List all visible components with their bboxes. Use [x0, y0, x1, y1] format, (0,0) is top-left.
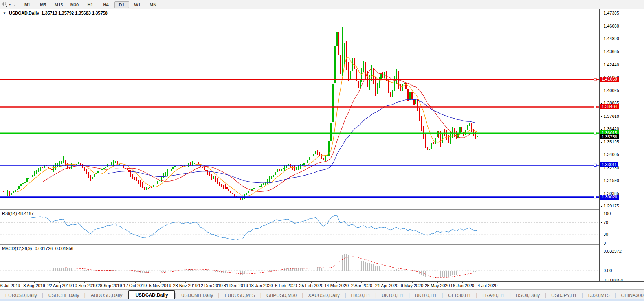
time-axis-tick [412, 282, 413, 283]
price-level-badge: 1.41060 [600, 77, 619, 82]
line-handle [594, 78, 596, 81]
price-axis-label: 1.46080 [601, 24, 619, 29]
timeframe-button-m1[interactable]: M1 [20, 1, 35, 8]
date-label: 6 Feb 2020 [275, 283, 297, 288]
date-label: 21 Apr 2020 [375, 283, 398, 288]
macd-axis-label: 0.00 [601, 268, 612, 273]
time-axis-tick [236, 282, 236, 283]
timeframe-button-m30[interactable]: M30 [67, 1, 82, 8]
rsi-axis-label: 0 [601, 241, 606, 246]
tab-usoil-daily[interactable]: USOil,Daily [511, 291, 545, 299]
price-axis-label: 1.31590 [601, 178, 619, 183]
time-axis-tick [387, 282, 387, 283]
tab-eurusd-daily[interactable]: EURUSD,Daily [0, 291, 42, 299]
tab-usdcad-daily[interactable]: USDCAD,Daily [128, 290, 174, 299]
date-label: 25 Feb 2020 [299, 283, 323, 288]
current-price-badge: 1.35758 [600, 134, 619, 139]
line-handle [594, 164, 596, 166]
time-axis-tick [361, 282, 362, 283]
time-axis-tick [160, 282, 161, 283]
time-axis-tick [488, 282, 488, 283]
date-label: 10 Sep 2019 [72, 283, 97, 288]
price-axis-label: 1.40025 [601, 88, 619, 93]
tab-fra40-h1[interactable]: FRA40,H1 [477, 291, 509, 299]
chart-dropdown-toggle-icon[interactable]: ▼ [3, 11, 6, 15]
fast-ma-line [17, 57, 477, 196]
tab-usdjpy-h1[interactable]: USDJPY,H1 [546, 291, 582, 299]
date-label: 23 Nov 2019 [173, 283, 197, 288]
tab-dj30-m15[interactable]: DJ30,M15 [583, 291, 615, 299]
rsi-panel[interactable]: RSI(14) 48.4167 [0, 209, 599, 244]
mt4-terminal-window: ▾ M1M5M15M30H1H4D1W1MN ▼ USDCAD,Daily 1.… [0, 0, 644, 301]
timeframe-button-m15[interactable]: M15 [51, 1, 66, 8]
timeframe-button-h4[interactable]: H4 [99, 1, 114, 8]
rsi-axis-label: 100 [601, 211, 611, 216]
line-handle [594, 106, 596, 108]
time-axis-tick [437, 282, 438, 283]
time-axis-tick [59, 282, 60, 283]
date-label: 31 Dec 2019 [224, 283, 248, 288]
chart-tabs-bar: EURUSD,Daily|USDCHF,Daily|AUDUSD,Daily|U… [0, 289, 644, 299]
ohlc-values: 1.35713 1.35792 1.35683 1.35758 [42, 11, 108, 15]
date-label: 28 Sep 2019 [97, 283, 122, 288]
status-strip [0, 299, 644, 301]
time-axis-tick [261, 282, 261, 283]
price-chart-panel[interactable]: ▼ USDCAD,Daily 1.35713 1.35792 1.35683 1… [0, 9, 599, 209]
slow-ma-line [108, 99, 477, 183]
date-label: 16 Jun 2020 [451, 283, 475, 288]
macd-panel[interactable]: MACD(12,26,9) -0.001726 -0.001956 [0, 244, 599, 281]
candlestick-chart-icon[interactable] [1, 1, 9, 8]
macd-signal-line [65, 257, 477, 278]
chart-window: ▼ USDCAD,Daily 1.35713 1.35792 1.35683 1… [0, 9, 644, 301]
timeframe-button-h1[interactable]: H1 [83, 1, 98, 8]
time-axis-tick [110, 282, 110, 283]
symbol-timeframe-label: USDCAD,Daily [9, 11, 39, 15]
time-axis-tick [135, 282, 136, 283]
tab-ger30-h1[interactable]: GER30,H1 [443, 291, 476, 299]
price-axis-label: 1.42440 [601, 62, 619, 68]
tab-gbpusd-m30[interactable]: GBPUSD,M30 [261, 291, 302, 299]
toolbar-grip[interactable] [14, 2, 16, 7]
mid-ma-line [42, 68, 477, 192]
tab-uk100-h1[interactable]: UK100,H1 [376, 291, 408, 299]
price-level-badge: 1.30020 [600, 195, 619, 200]
time-axis-tick [84, 282, 85, 283]
chevron-down-icon[interactable]: ▾ [9, 1, 11, 8]
macd-histogram [54, 254, 477, 279]
tab-usdchf-daily[interactable]: USDCHF,Daily [43, 291, 84, 299]
macd-axis-label: 0.032972 [601, 249, 622, 254]
chart-title: ▼ USDCAD,Daily 1.35713 1.35792 1.35683 1… [3, 11, 108, 15]
price-level-badge: 1.33011 [600, 162, 618, 167]
tab-xauusd-daily[interactable]: XAUUSD,Daily [303, 291, 345, 299]
tab-hk50-h1[interactable]: HK50,H1 [346, 291, 376, 299]
rsi-axis-label: 70 [601, 220, 608, 225]
price-axis: 1.473051.460801.448901.436651.424401.412… [599, 9, 644, 281]
date-label: 3 Aug 2019 [23, 283, 45, 288]
tab-usdcnh-daily[interactable]: USDCNH,Daily [176, 291, 218, 299]
price-axis-label: 1.44890 [601, 36, 619, 41]
date-label: 2 Apr 2020 [351, 283, 372, 288]
date-label: 22 Aug 2019 [47, 283, 72, 288]
price-axis-label: 1.29175 [601, 204, 619, 209]
price-level-badge: 1.38464 [600, 104, 619, 109]
price-axis-label: 1.43665 [601, 49, 619, 54]
date-label: 16 Jul 2019 [0, 283, 20, 288]
timeframe-toolbar: ▾ M1M5M15M30H1H4D1W1MN [0, 0, 644, 9]
tab-china300-h4[interactable]: CHINA300,H4 [616, 291, 644, 299]
timeframe-button-m5[interactable]: M5 [36, 1, 51, 8]
tab-audusd-daily[interactable]: AUDUSD,Daily [86, 291, 128, 299]
time-axis: 16 Jul 20193 Aug 201922 Aug 201910 Sep 2… [0, 281, 644, 290]
time-axis-tick [34, 282, 35, 283]
timeframe-button-d1[interactable]: D1 [114, 1, 129, 8]
macd-label: MACD(12,26,9) -0.001726 -0.001956 [2, 246, 73, 251]
time-axis-tick [286, 282, 286, 283]
tab-eurusd-m15[interactable]: EURUSD,M15 [219, 291, 260, 299]
time-axis-tick [462, 282, 463, 283]
date-label: 5 Nov 2019 [149, 283, 171, 288]
rsi-line [31, 215, 477, 240]
date-label: 4 Jul 2020 [478, 283, 498, 288]
tab-uk100-h1[interactable]: UK100,H1 [410, 291, 442, 299]
rsi-axis-label: 30 [601, 232, 608, 237]
timeframe-button-mn[interactable]: MN [146, 1, 161, 8]
timeframe-button-w1[interactable]: W1 [130, 1, 145, 8]
